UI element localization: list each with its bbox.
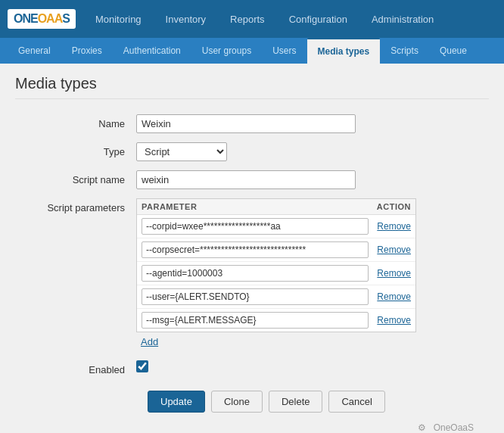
params-table: PARAMETER ACTION Remove Remove Remove — [136, 198, 416, 332]
param-input-3[interactable] — [142, 265, 369, 282]
param-row-3: Remove — [137, 262, 415, 285]
name-row: Name — [15, 114, 489, 133]
update-button[interactable]: Update — [148, 391, 205, 413]
script-name-row: Script name — [15, 170, 489, 189]
type-label: Type — [15, 142, 136, 157]
remove-link-2[interactable]: Remove — [373, 245, 411, 255]
nav-administration[interactable]: Administration — [359, 0, 446, 38]
subnav-authentication[interactable]: Authentication — [113, 38, 191, 64]
script-name-label: Script name — [15, 170, 136, 185]
logo-suffix: S — [62, 12, 70, 25]
subnav-users[interactable]: Users — [262, 38, 306, 64]
param-input-4[interactable] — [142, 288, 369, 305]
name-input[interactable] — [136, 114, 356, 133]
remove-link-4[interactable]: Remove — [373, 291, 411, 302]
param-row-5: Remove — [137, 309, 415, 332]
nav-monitoring[interactable]: Monitoring — [83, 0, 154, 38]
params-container: PARAMETER ACTION Remove Remove Remove — [136, 198, 416, 351]
name-label: Name — [15, 114, 136, 129]
nav-reports[interactable]: Reports — [218, 0, 277, 38]
param-input-2[interactable] — [142, 241, 369, 258]
logo-text: ONE — [14, 12, 38, 25]
page-title: Media types — [15, 75, 489, 99]
nav-inventory[interactable]: Inventory — [154, 0, 218, 38]
type-select[interactable]: Script Email SMS Jabber Ez Texting — [136, 142, 227, 161]
param-row-1: Remove — [137, 215, 415, 238]
media-type-form: Name Type Script Email SMS Jabber Ez Tex… — [15, 114, 489, 413]
add-link[interactable]: Add — [136, 332, 163, 351]
footer-brand: ⚙ OneOaaS — [15, 413, 489, 433]
param-input-5[interactable] — [142, 312, 369, 329]
param-row-2: Remove — [137, 238, 415, 262]
param-input-1[interactable] — [142, 218, 369, 235]
type-row: Type Script Email SMS Jabber Ez Texting — [15, 142, 489, 161]
subnav-media-types[interactable]: Media types — [307, 38, 381, 64]
enabled-row: Enabled — [15, 360, 489, 375]
script-name-input[interactable] — [136, 170, 356, 189]
remove-link-5[interactable]: Remove — [373, 315, 411, 326]
brand-icon: ⚙ — [415, 420, 430, 433]
subnav-scripts[interactable]: Scripts — [380, 38, 429, 64]
clone-button[interactable]: Clone — [211, 391, 263, 413]
script-params-label: Script parameters — [15, 198, 136, 213]
button-row: Update Clone Delete Cancel — [15, 391, 489, 413]
top-navigation: ONEOAAS Monitoring Inventory Reports Con… — [0, 0, 504, 38]
remove-link-1[interactable]: Remove — [373, 221, 411, 232]
params-header: PARAMETER ACTION — [137, 199, 415, 215]
subnav-user-groups[interactable]: User groups — [191, 38, 262, 64]
enabled-label: Enabled — [15, 360, 136, 375]
sub-navigation: General Proxies Authentication User grou… — [0, 38, 504, 64]
param-row-4: Remove — [137, 285, 415, 309]
subnav-queue[interactable]: Queue — [429, 38, 478, 64]
remove-link-3[interactable]: Remove — [373, 268, 411, 279]
params-header-param-label: PARAMETER — [142, 202, 366, 211]
script-params-row: Script parameters PARAMETER ACTION Remov… — [15, 198, 489, 351]
top-nav-items: Monitoring Inventory Reports Configurati… — [83, 0, 446, 38]
page-content: Media types Name Type Script Email SMS J… — [0, 64, 504, 433]
cancel-button[interactable]: Cancel — [328, 391, 384, 413]
enabled-checkbox[interactable] — [136, 360, 148, 372]
delete-button[interactable]: Delete — [269, 391, 323, 413]
subnav-proxies[interactable]: Proxies — [61, 38, 113, 64]
nav-configuration[interactable]: Configuration — [277, 0, 359, 38]
subnav-general[interactable]: General — [8, 38, 61, 64]
logo[interactable]: ONEOAAS — [8, 9, 76, 29]
params-header-action-label: ACTION — [366, 202, 411, 211]
brand-text: OneOaaS — [434, 422, 474, 433]
